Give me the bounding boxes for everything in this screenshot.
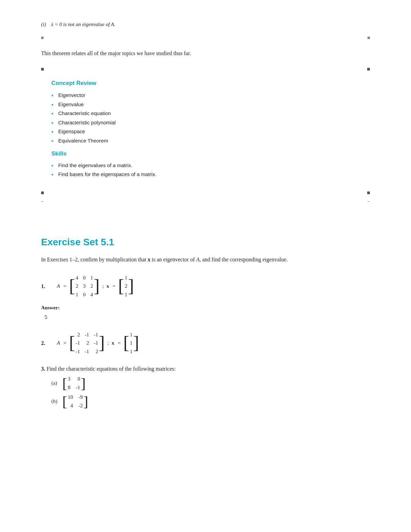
bracket-right: ] <box>81 376 86 391</box>
vector-x-2: [ 1 1 1 ] <box>123 331 139 356</box>
exercise-1-num: 1. <box>41 283 45 289</box>
list-item: Eigenspace <box>51 127 360 136</box>
matrix-cells-A2: 2 -1 -1 -1 2 -1 -1 -1 2 <box>76 331 98 356</box>
list-item: Eigenvector <box>51 91 360 100</box>
corner-marker-tl <box>41 37 43 39</box>
matrix-cells-A1: 4 0 1 2 3 2 1 0 4 <box>76 274 93 299</box>
theorem-text: This theorem relates all of the major to… <box>41 49 370 58</box>
corner-tr <box>367 68 370 71</box>
concept-review-title: Concept Review <box>51 79 360 88</box>
exercise-2-num: 2. <box>41 340 45 346</box>
exercise-3: 3. Find the characteristic equations of … <box>41 365 370 409</box>
bracket-right: ] <box>99 334 104 352</box>
corner-bl <box>41 191 44 194</box>
exercise-3a: (a) [ 3 0 8 -1 ] <box>51 375 370 391</box>
exercise-2: 2. A = [ 2 -1 -1 -1 2 -1 -1 -1 2 ] ; x =… <box>41 328 370 358</box>
equals-sign: = <box>63 282 66 290</box>
list-item: Characteristic polynomial <box>51 118 360 127</box>
corner-br <box>367 191 370 194</box>
matrix-A-2: [ 2 -1 -1 -1 2 -1 -1 -1 2 ] <box>69 331 105 356</box>
exercise-3-header: 3. Find the characteristic equations of … <box>41 365 370 373</box>
exercise-2-math: A = [ 2 -1 -1 -1 2 -1 -1 -1 2 ] ; x = [ <box>57 331 139 356</box>
corner-marker-tr <box>368 37 370 39</box>
x-label: x <box>107 282 109 290</box>
top-section: (i) λ = 0 is not an eigenvalue of A. <box>41 21 370 28</box>
matrix-cells-x2: 1 1 1 <box>130 331 133 356</box>
exercise-3-text: Find the characteristic equations of the… <box>47 366 176 372</box>
concept-review-list: Eigenvector Eigenvalue Characteristic eq… <box>51 91 360 145</box>
list-item: Eigenvalue <box>51 100 360 109</box>
list-item: Find the eigenvalues of a matrix. <box>51 161 360 170</box>
answer-value-1: 5 <box>45 313 370 321</box>
semicolon-2: ; <box>108 339 109 347</box>
x-label-2: x <box>112 339 114 347</box>
bracket-left: [ <box>62 394 67 409</box>
matrix-cells-3b: 10 -9 4 -2 <box>68 393 83 409</box>
matrix-3a: [ 3 0 8 -1 ] <box>62 375 86 391</box>
list-item: Characteristic equation <box>51 109 360 118</box>
matrix-cells-3a: 3 0 8 -1 <box>68 375 80 391</box>
bracket-left: [ <box>62 376 67 391</box>
bracket-left: [ <box>69 277 75 295</box>
vector-x-1: [ 1 2 1 ] <box>118 274 134 299</box>
equals-sign-2: = <box>63 339 66 347</box>
skills-list: Find the eigenvalues of a matrix. Find b… <box>51 161 360 179</box>
divider-left: – <box>41 198 43 205</box>
bracket-right: ] <box>94 277 99 295</box>
bracket-left: [ <box>123 334 129 352</box>
concept-box-wrapper: Concept Review Eigenvector Eigenvalue Ch… <box>41 68 370 194</box>
exercise-3-num: 3. <box>41 366 45 372</box>
list-item: Find bases for the eigenspaces of a matr… <box>51 170 360 179</box>
x-equals: = <box>112 282 115 290</box>
matrix-A-1: [ 4 0 1 2 3 2 1 0 4 ] <box>69 274 100 299</box>
list-item: Equivalence Theorem <box>51 136 360 146</box>
part-b-label: (b) <box>51 397 60 405</box>
bracket-left: [ <box>69 334 75 352</box>
bracket-right: ] <box>128 277 134 295</box>
semicolon: ; <box>102 282 104 290</box>
part-a-label: (a) <box>51 379 60 387</box>
section-divider: – – <box>41 198 370 205</box>
A-label: A <box>57 282 60 290</box>
bracket-right: ] <box>84 394 88 409</box>
A-label-2: A <box>57 339 60 347</box>
inner-box: Concept Review Eigenvector Eigenvalue Ch… <box>41 72 370 190</box>
bracket-left: [ <box>118 277 124 295</box>
exercise-set-title: Exercise Set 5.1 <box>41 235 370 249</box>
divider-right: – <box>368 198 370 205</box>
exercise-3b: (b) [ 10 -9 4 -2 ] <box>51 393 370 409</box>
bracket-right: ] <box>133 334 139 352</box>
exercise-intro: In Exercises 1–2, confirm by multiplicat… <box>41 256 370 264</box>
skills-title: Skills <box>51 149 360 158</box>
exercise-1-math: A = [ 4 0 1 2 3 2 1 0 4 ] ; x = [ 1 <box>57 274 134 299</box>
matrix-cells-x1: 1 2 1 <box>125 274 127 299</box>
item-i: (i) λ = 0 is not an eigenvalue of A. <box>41 21 370 28</box>
lambda-equation: λ = 0 is not an eigenvalue of A. <box>51 22 115 27</box>
x-equals-2: = <box>117 339 120 347</box>
corner-tl <box>41 68 44 71</box>
matrix-3b: [ 10 -9 4 -2 ] <box>62 393 88 409</box>
exercise-1: 1. A = [ 4 0 1 2 3 2 1 0 4 ] ; x = [ <box>41 271 370 321</box>
answer-label-1: Answer: <box>41 304 370 312</box>
